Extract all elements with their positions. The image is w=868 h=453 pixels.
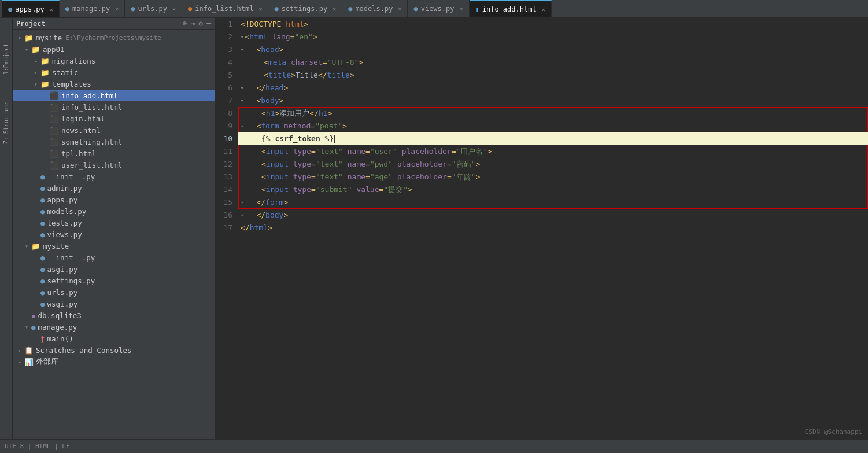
code-content[interactable]: <!DOCTYPE html> ▾ <html lang="en"> ▾ <he…	[238, 18, 868, 439]
fold-6[interactable]: ▾	[241, 82, 243, 94]
tree-item-app01[interactable]: ▾ 📁 app01	[13, 43, 215, 55]
tab-bar: ● apps.py ✕ ● manage.py ✕ ● urls.py ✕ ● …	[0, 0, 868, 18]
tab-label: info_list.html	[195, 5, 253, 13]
tab-close-models[interactable]: ✕	[398, 6, 401, 12]
static-label: static	[52, 68, 78, 77]
code-line-8: <h1>添加用户</h1>	[238, 107, 868, 120]
arrow-app01[interactable]: ▾	[22, 46, 31, 53]
tab-urls-py[interactable]: ● urls.py ✕	[125, 0, 182, 17]
fold-15[interactable]: ▾	[241, 196, 243, 209]
tree-item-external[interactable]: ▸ 📊 外部库	[13, 356, 215, 367]
arrow-static[interactable]: ▸	[31, 69, 40, 76]
tree-item-init-mysite[interactable]: ● __init__.py	[13, 252, 215, 263]
code-line-7: ▾ <body>	[238, 94, 868, 107]
ln-15: 15	[221, 196, 232, 209]
arrow-mysite-pkg[interactable]: ▾	[22, 243, 31, 249]
tree-item-main[interactable]: ƒ main()	[13, 333, 215, 344]
tab-close-manage[interactable]: ✕	[115, 6, 119, 12]
code-line-15: ▾ </form>	[238, 196, 868, 209]
tree-item-manage-py[interactable]: ▾ ● manage.py	[13, 321, 215, 333]
bottom-bar: UTF-8 | HTML | LF	[0, 439, 868, 453]
tree-item-mysite[interactable]: ▾ 📁 mysite E:\PycharmProjects\mysite	[13, 32, 215, 43]
split-icon[interactable]: ⇥	[191, 19, 195, 28]
minimize-icon[interactable]: ─	[206, 19, 211, 28]
ln-1: 1	[221, 18, 232, 31]
migrations-folder-icon: 📁	[40, 57, 50, 65]
add-icon[interactable]: ⊕	[183, 19, 187, 28]
arrow-external[interactable]: ▸	[15, 359, 24, 365]
fold-7[interactable]: ▾	[241, 94, 243, 107]
html-icon-info-add: ⬛	[50, 91, 59, 100]
tree-item-info-list-html[interactable]: ⬛ info_list.html	[13, 101, 215, 113]
apps-py-label: apps.py	[47, 196, 78, 204]
fold-3[interactable]: ▾	[241, 43, 243, 56]
py-icon-init: ●	[40, 172, 45, 181]
tab-info-add-html[interactable]: ▮ info_add.html ✕	[470, 0, 552, 17]
tree-item-login-html[interactable]: ⬛ login.html	[13, 113, 215, 124]
fold-9[interactable]: ▾	[241, 120, 243, 132]
tests-py-label: tests.py	[47, 219, 82, 227]
tab-close-infolist[interactable]: ✕	[258, 6, 262, 12]
tree-item-db-sqlite3[interactable]: ▪ db.sqlite3	[13, 310, 215, 321]
tree-item-tests-py[interactable]: ● tests.py	[13, 217, 215, 229]
arrow-mysite[interactable]: ▾	[15, 35, 24, 41]
py-icon-urls: ●	[40, 288, 45, 297]
tab-close-urls[interactable]: ✕	[172, 6, 176, 12]
app01-label: app01	[43, 45, 65, 54]
urls-py-label: urls.py	[47, 288, 78, 297]
db-sqlite3-label: db.sqlite3	[38, 311, 82, 320]
tree-item-something-html[interactable]: ⬛ something.html	[13, 136, 215, 148]
tree-item-static[interactable]: ▸ 📁 static	[13, 67, 215, 78]
fold-2[interactable]: ▾	[241, 31, 243, 43]
tree-item-urls-py[interactable]: ● urls.py	[13, 286, 215, 298]
tree-item-templates[interactable]: ▾ 📁 templates	[13, 78, 215, 90]
tab-models-py[interactable]: ● models.py ✕	[342, 0, 408, 17]
arrow-templates[interactable]: ▾	[31, 81, 40, 87]
tree-item-asgi-py[interactable]: ● asgi.py	[13, 263, 215, 275]
tree-item-admin-py[interactable]: ● admin.py	[13, 182, 215, 194]
tree-item-settings-py[interactable]: ● settings.py	[13, 275, 215, 286]
tree-item-views-py[interactable]: ● views.py	[13, 229, 215, 240]
tab-close-settings[interactable]: ✕	[333, 6, 336, 12]
tab-settings-py[interactable]: ● settings.py ✕	[268, 0, 342, 17]
tree-item-migrations[interactable]: ▸ 📁 migrations	[13, 55, 215, 67]
tab-label: urls.py	[138, 5, 167, 13]
tree-item-news-html[interactable]: ⬛ news.html	[13, 124, 215, 136]
side-strip: 1:Project Z: Structure	[0, 18, 13, 439]
tab-views-py[interactable]: ● views.py ✕	[408, 0, 469, 17]
tree-item-info-add-html[interactable]: ⬛ info_add.html	[13, 90, 215, 101]
tab-close-apps[interactable]: ✕	[50, 6, 53, 13]
py-icon-init2: ●	[40, 253, 45, 262]
gear-icon[interactable]: ⚙	[198, 19, 203, 28]
code-line-17: </html>	[238, 222, 868, 234]
fold-16[interactable]: ▾	[241, 209, 243, 222]
tab-close-views[interactable]: ✕	[459, 6, 463, 12]
py-file-icon4: ●	[274, 5, 278, 13]
tree-item-wsgi-py[interactable]: ● wsgi.py	[13, 298, 215, 310]
tree-item-init-app01[interactable]: ● __init__.py	[13, 171, 215, 182]
tpl-html-label: tpl.html	[61, 149, 96, 158]
tab-info-list-html[interactable]: ● info_list.html ✕	[182, 0, 268, 17]
tree-item-mysite-pkg[interactable]: ▾ 📁 mysite	[13, 240, 215, 252]
sidebar-header: Project ⊕ ⇥ ⚙ ─	[13, 18, 215, 30]
external-label: 外部库	[36, 357, 58, 367]
code-line-2: ▾ <html lang="en">	[238, 31, 868, 43]
tree-item-scratches[interactable]: ▸ 📋 Scratches and Consoles	[13, 344, 215, 356]
tree-item-user-list-html[interactable]: ⬛ user_list.html	[13, 159, 215, 171]
tree-item-models-py[interactable]: ● models.py	[13, 205, 215, 217]
code-editor[interactable]: 1 2 3 4 5 6 7 8 9 10 11 12 13 14 15 16 1	[215, 18, 868, 439]
tree-item-apps-py[interactable]: ● apps.py	[13, 194, 215, 205]
tab-apps-py[interactable]: ● apps.py ✕	[2, 0, 60, 17]
ln-6: 6	[221, 82, 232, 94]
arrow-migrations[interactable]: ▸	[31, 58, 40, 64]
admin-py-label: admin.py	[47, 184, 82, 193]
doctype-text: <!DOCTYPE html>	[241, 18, 308, 31]
project-side-label[interactable]: 1:Project	[2, 41, 10, 77]
func-icon-main: ƒ	[40, 334, 45, 343]
tab-close-infoadd[interactable]: ✕	[542, 6, 545, 13]
arrow-manage[interactable]: ▾	[22, 324, 31, 330]
structure-side-label[interactable]: Z: Structure	[2, 100, 10, 146]
arrow-scratches[interactable]: ▸	[15, 347, 24, 353]
tab-manage-py[interactable]: ● manage.py ✕	[60, 0, 125, 17]
tree-item-tpl-html[interactable]: ⬛ tpl.html	[13, 148, 215, 159]
